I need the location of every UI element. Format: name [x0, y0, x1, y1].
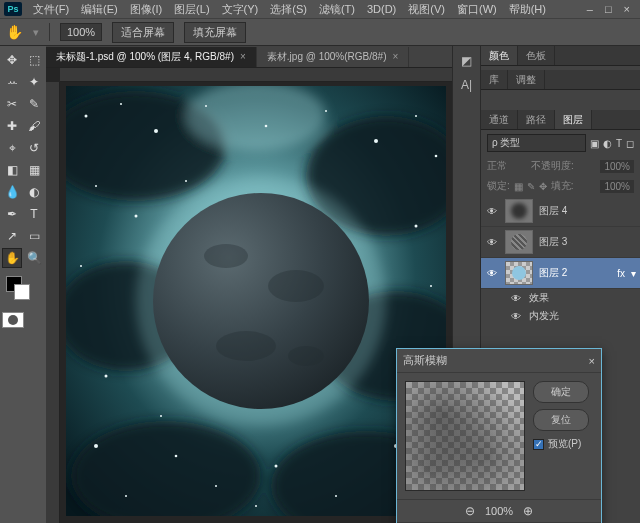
history-brush-tool[interactable]: ↺: [24, 138, 44, 158]
layer-row[interactable]: 👁 图层 3: [481, 227, 640, 258]
ok-button[interactable]: 确定: [533, 381, 589, 403]
pen-tool[interactable]: ✒: [2, 204, 22, 224]
dialog-preview[interactable]: [405, 381, 525, 491]
blur-tool[interactable]: 💧: [2, 182, 22, 202]
layer-name[interactable]: 图层 2: [539, 266, 611, 280]
layer-filter-kind[interactable]: ρ 类型: [487, 134, 586, 152]
lock-position-icon[interactable]: ✥: [539, 181, 547, 192]
ruler-vertical[interactable]: [46, 82, 60, 523]
character-panel-icon[interactable]: A|: [457, 76, 476, 94]
fill-screen-button[interactable]: 填充屏幕: [184, 22, 246, 43]
move-tool[interactable]: ✥: [2, 50, 22, 70]
panel-tab-paths[interactable]: 路径: [518, 110, 555, 129]
panel-tab-library[interactable]: 库: [481, 70, 508, 89]
menu-type[interactable]: 文字(Y): [217, 2, 264, 17]
window-maximize-icon[interactable]: □: [605, 3, 612, 15]
layer-name[interactable]: 图层 4: [539, 204, 636, 218]
chevron-down-icon[interactable]: ▾: [631, 268, 636, 279]
layer-row[interactable]: 👁 图层 4: [481, 196, 640, 227]
zoom-out-icon[interactable]: ⊖: [465, 504, 475, 518]
fit-screen-button[interactable]: 适合屏幕: [112, 22, 174, 43]
svg-point-26: [215, 485, 217, 487]
dodge-tool[interactable]: ◐: [24, 182, 44, 202]
fill-value[interactable]: 100%: [600, 180, 634, 193]
quickmask-toggle[interactable]: [2, 312, 24, 328]
hand-tool[interactable]: ✋: [2, 248, 22, 268]
wand-tool[interactable]: ✦: [24, 72, 44, 92]
menu-file[interactable]: 文件(F): [28, 2, 74, 17]
visibility-toggle[interactable]: 👁: [485, 237, 499, 248]
panel-tab-channels[interactable]: 通道: [481, 110, 518, 129]
svg-point-19: [185, 180, 187, 182]
history-panel-icon[interactable]: ◩: [457, 52, 476, 70]
zoom-tool[interactable]: 🔍: [24, 248, 44, 268]
filter-type-icon[interactable]: T: [616, 138, 622, 149]
svg-point-34: [175, 455, 178, 458]
eraser-tool[interactable]: ◧: [2, 160, 22, 180]
layer-effects-row[interactable]: 👁 效果: [481, 289, 640, 307]
menu-edit[interactable]: 编辑(E): [76, 2, 123, 17]
svg-point-12: [265, 125, 268, 128]
fx-badge[interactable]: fx: [617, 268, 625, 279]
filter-shape-icon[interactable]: ◻: [626, 138, 634, 149]
menu-image[interactable]: 图像(I): [125, 2, 167, 17]
panel-tab-adjust[interactable]: 调整: [508, 70, 545, 89]
path-select-tool[interactable]: ↗: [2, 226, 22, 246]
tab-close-icon[interactable]: ×: [240, 51, 246, 62]
zoom-select[interactable]: 100%: [60, 23, 102, 41]
svg-point-40: [288, 346, 324, 366]
reset-button[interactable]: 复位: [533, 409, 589, 431]
lock-transparent-icon[interactable]: ▦: [514, 181, 523, 192]
preview-checkbox-label: 预览(P): [548, 437, 581, 451]
heal-tool[interactable]: ✚: [2, 116, 22, 136]
tab-close-icon[interactable]: ×: [392, 51, 398, 62]
svg-point-24: [160, 415, 162, 417]
layer-name[interactable]: 图层 3: [539, 235, 636, 249]
menu-help[interactable]: 帮助(H): [504, 2, 551, 17]
visibility-toggle[interactable]: 👁: [485, 206, 499, 217]
shape-tool[interactable]: ▭: [24, 226, 44, 246]
document-tab[interactable]: 未标题-1.psd @ 100% (图层 4, RGB/8#)×: [46, 47, 257, 67]
panel-tab-swatches[interactable]: 色板: [518, 46, 555, 65]
layer-row[interactable]: 👁 图层 2 fx ▾: [481, 258, 640, 289]
filter-pixel-icon[interactable]: ▣: [590, 138, 599, 149]
menu-filter[interactable]: 滤镜(T): [314, 2, 360, 17]
gradient-tool[interactable]: ▦: [24, 160, 44, 180]
stamp-tool[interactable]: ⌖: [2, 138, 22, 158]
panel-tab-color[interactable]: 颜色: [481, 46, 518, 65]
ruler-horizontal[interactable]: [60, 68, 452, 82]
svg-point-32: [255, 505, 257, 507]
visibility-toggle[interactable]: 👁: [509, 293, 523, 304]
dialog-close-icon[interactable]: ×: [589, 355, 595, 367]
preview-checkbox[interactable]: ✓ 预览(P): [533, 437, 589, 451]
lasso-tool[interactable]: ꕀ: [2, 72, 22, 92]
svg-point-20: [415, 225, 418, 228]
opacity-value[interactable]: 100%: [600, 160, 634, 173]
zoom-in-icon[interactable]: ⊕: [523, 504, 533, 518]
visibility-toggle[interactable]: 👁: [485, 268, 499, 279]
crop-tool[interactable]: ✂: [2, 94, 22, 114]
background-swatch[interactable]: [14, 284, 30, 300]
menu-select[interactable]: 选择(S): [265, 2, 312, 17]
color-swatches[interactable]: [2, 276, 44, 306]
panel-tab-layers[interactable]: 图层: [555, 110, 592, 129]
layer-effect-innerglow[interactable]: 👁 内发光: [481, 307, 640, 325]
filter-adjust-icon[interactable]: ◐: [603, 138, 612, 149]
visibility-toggle[interactable]: 👁: [509, 311, 523, 322]
marquee-tool[interactable]: ⬚: [24, 50, 44, 70]
eyedropper-tool[interactable]: ✎: [24, 94, 44, 114]
menu-view[interactable]: 视图(V): [403, 2, 450, 17]
svg-point-15: [415, 115, 417, 117]
window-minimize-icon[interactable]: –: [587, 3, 593, 15]
brush-tool[interactable]: 🖌: [24, 116, 44, 136]
window-close-icon[interactable]: ×: [624, 3, 630, 15]
lock-pixels-icon[interactable]: ✎: [527, 181, 535, 192]
blend-mode-select[interactable]: 正常: [487, 159, 527, 173]
menu-layer[interactable]: 图层(L): [169, 2, 214, 17]
document-area: 未标题-1.psd @ 100% (图层 4, RGB/8#)× 素材.jpg …: [46, 46, 452, 523]
canvas[interactable]: [60, 82, 452, 523]
menu-window[interactable]: 窗口(W): [452, 2, 502, 17]
document-tab[interactable]: 素材.jpg @ 100%(RGB/8#)×: [257, 47, 409, 67]
type-tool[interactable]: T: [24, 204, 44, 224]
menu-3d[interactable]: 3D(D): [362, 3, 401, 15]
